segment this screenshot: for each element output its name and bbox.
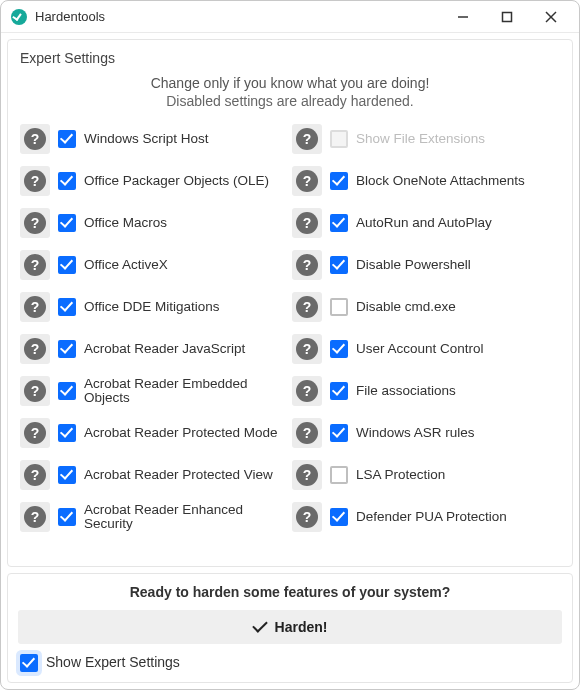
setting-checkbox[interactable] — [330, 508, 348, 526]
setting-row: ?Acrobat Reader Embedded Objects — [20, 376, 288, 406]
help-button[interactable]: ? — [292, 250, 322, 280]
setting-row: ?Office Macros — [20, 208, 288, 238]
panel-title: Expert Settings — [20, 50, 560, 66]
help-button[interactable]: ? — [20, 292, 50, 322]
setting-label: Office Macros — [84, 216, 167, 231]
app-title: Hardentools — [35, 9, 105, 24]
setting-row: ?Windows ASR rules — [292, 418, 560, 448]
help-icon: ? — [296, 170, 318, 192]
setting-row: ?Acrobat Reader JavaScript — [20, 334, 288, 364]
setting-checkbox[interactable] — [58, 298, 76, 316]
minimize-button[interactable] — [441, 3, 485, 31]
setting-row: ?Block OneNote Attachments — [292, 166, 560, 196]
help-button[interactable]: ? — [292, 292, 322, 322]
help-button[interactable]: ? — [20, 502, 50, 532]
setting-checkbox[interactable] — [58, 466, 76, 484]
setting-checkbox[interactable] — [58, 256, 76, 274]
check-icon — [252, 617, 268, 633]
setting-checkbox[interactable] — [58, 508, 76, 526]
setting-checkbox[interactable] — [330, 256, 348, 274]
setting-label: Windows ASR rules — [356, 426, 475, 441]
setting-label: AutoRun and AutoPlay — [356, 216, 492, 231]
harden-button-label: Harden! — [275, 619, 328, 635]
setting-label: Acrobat Reader JavaScript — [84, 342, 245, 357]
setting-row: ?Office DDE Mitigations — [20, 292, 288, 322]
help-icon: ? — [24, 464, 46, 486]
setting-row: ?Acrobat Reader Protected Mode — [20, 418, 288, 448]
setting-row: ?Disable cmd.exe — [292, 292, 560, 322]
help-button[interactable]: ? — [20, 334, 50, 364]
setting-row: ?Office Packager Objects (OLE) — [20, 166, 288, 196]
help-icon: ? — [296, 380, 318, 402]
setting-checkbox[interactable] — [58, 340, 76, 358]
setting-checkbox — [330, 130, 348, 148]
help-button[interactable]: ? — [292, 166, 322, 196]
setting-checkbox[interactable] — [330, 382, 348, 400]
maximize-button[interactable] — [485, 3, 529, 31]
settings-grid: ?Windows Script Host?Office Packager Obj… — [20, 124, 560, 554]
setting-label: Defender PUA Protection — [356, 510, 507, 525]
help-icon: ? — [24, 128, 46, 150]
help-button[interactable]: ? — [292, 334, 322, 364]
footer-title: Ready to harden some features of your sy… — [18, 584, 562, 600]
setting-checkbox[interactable] — [58, 130, 76, 148]
help-button[interactable]: ? — [20, 418, 50, 448]
help-icon: ? — [296, 296, 318, 318]
setting-checkbox[interactable] — [58, 172, 76, 190]
setting-label: File associations — [356, 384, 456, 399]
help-button[interactable]: ? — [20, 250, 50, 280]
help-button[interactable]: ? — [292, 460, 322, 490]
help-button[interactable]: ? — [292, 124, 322, 154]
help-button[interactable]: ? — [20, 376, 50, 406]
setting-row: ?User Account Control — [292, 334, 560, 364]
help-icon: ? — [296, 506, 318, 528]
show-expert-checkbox[interactable] — [20, 654, 38, 672]
setting-label: Block OneNote Attachments — [356, 174, 525, 189]
help-icon: ? — [24, 296, 46, 318]
setting-row: ?Acrobat Reader Enhanced Security — [20, 502, 288, 532]
setting-checkbox[interactable] — [58, 382, 76, 400]
setting-checkbox[interactable] — [330, 466, 348, 484]
harden-button[interactable]: Harden! — [18, 610, 562, 644]
help-icon: ? — [24, 380, 46, 402]
setting-row: ?Show File Extensions — [292, 124, 560, 154]
setting-row: ?File associations — [292, 376, 560, 406]
show-expert-label: Show Expert Settings — [46, 655, 180, 670]
help-icon: ? — [296, 338, 318, 360]
setting-label: Acrobat Reader Protected Mode — [84, 426, 278, 441]
expert-settings-panel: Expert Settings Change only if you know … — [7, 39, 573, 567]
svg-rect-1 — [503, 12, 512, 21]
intro-line2: Disabled settings are already hardened. — [20, 92, 560, 110]
help-button[interactable]: ? — [292, 376, 322, 406]
setting-checkbox[interactable] — [330, 424, 348, 442]
help-icon: ? — [24, 254, 46, 276]
setting-row: ?Disable Powershell — [292, 250, 560, 280]
setting-checkbox[interactable] — [330, 340, 348, 358]
help-icon: ? — [296, 254, 318, 276]
setting-row: ?Defender PUA Protection — [292, 502, 560, 532]
help-button[interactable]: ? — [292, 208, 322, 238]
setting-checkbox[interactable] — [330, 172, 348, 190]
settings-column-left: ?Windows Script Host?Office Packager Obj… — [20, 124, 288, 554]
help-button[interactable]: ? — [292, 502, 322, 532]
setting-label: Acrobat Reader Enhanced Security — [84, 503, 288, 533]
setting-label: Disable Powershell — [356, 258, 471, 273]
help-icon: ? — [24, 170, 46, 192]
show-expert-row: Show Expert Settings — [18, 654, 562, 672]
setting-checkbox[interactable] — [58, 214, 76, 232]
help-button[interactable]: ? — [292, 418, 322, 448]
help-button[interactable]: ? — [20, 208, 50, 238]
setting-checkbox[interactable] — [58, 424, 76, 442]
help-button[interactable]: ? — [20, 124, 50, 154]
minimize-icon — [457, 11, 469, 23]
help-button[interactable]: ? — [20, 166, 50, 196]
help-icon: ? — [24, 212, 46, 234]
setting-checkbox[interactable] — [330, 214, 348, 232]
setting-checkbox[interactable] — [330, 298, 348, 316]
setting-label: Disable cmd.exe — [356, 300, 456, 315]
setting-row: ?Acrobat Reader Protected View — [20, 460, 288, 490]
setting-row: ?LSA Protection — [292, 460, 560, 490]
help-icon: ? — [296, 212, 318, 234]
help-button[interactable]: ? — [20, 460, 50, 490]
close-button[interactable] — [529, 3, 573, 31]
